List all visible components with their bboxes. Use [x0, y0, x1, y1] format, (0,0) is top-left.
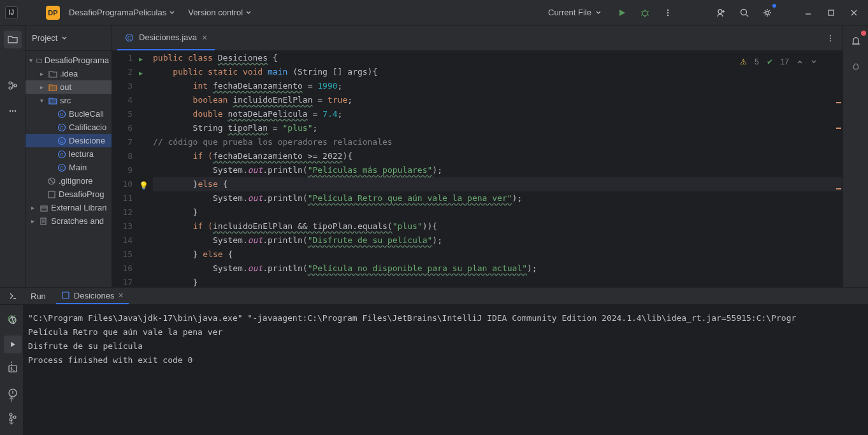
run-config-label: Current File: [548, 8, 591, 17]
vcs-label: Version control: [188, 8, 243, 17]
nav-down-icon[interactable]: [811, 59, 817, 65]
more-actions-button[interactable]: [659, 4, 677, 22]
intellij-logo: IJ: [5, 6, 18, 19]
git-button[interactable]: [4, 408, 22, 426]
code-with-me-button[interactable]: [712, 4, 730, 22]
more-tools-button[interactable]: [4, 102, 22, 120]
structure-tool-button[interactable]: [4, 77, 22, 94]
svg-text:C: C: [127, 35, 131, 41]
svg-rect-26: [41, 206, 47, 211]
svg-point-10: [14, 84, 17, 87]
svg-point-4: [718, 10, 722, 13]
tab-more-button[interactable]: [825, 29, 843, 47]
tree-src[interactable]: ▾src: [25, 94, 112, 107]
svg-point-9: [9, 87, 11, 89]
ai-assistant-button[interactable]: [847, 59, 865, 77]
run-config-selector[interactable]: Current File: [542, 5, 608, 20]
tree-file-calif[interactable]: CCalificacio: [25, 121, 112, 134]
svg-point-6: [766, 11, 769, 14]
title-bar: IJ DP DesafioProgramaPeliculas Version c…: [0, 0, 868, 26]
svg-point-12: [11, 110, 13, 112]
editor-tab-desiciones[interactable]: C Desiciones.java ×: [117, 26, 215, 50]
svg-rect-33: [62, 292, 69, 299]
todo-button[interactable]: [4, 311, 22, 329]
left-bottom-strip: [0, 287, 25, 435]
console-output[interactable]: "C:\Program Files\Java\jdk-17\bin\java.e…: [23, 305, 868, 435]
svg-point-30: [830, 34, 831, 36]
svg-rect-25: [48, 191, 55, 198]
tree-iml[interactable]: DesafioProg: [25, 188, 112, 201]
gutter-icons: ▶ ▶ 💡: [138, 51, 150, 287]
svg-point-42: [10, 418, 12, 421]
run-main-icon[interactable]: ▶: [139, 66, 143, 80]
svg-rect-7: [828, 10, 834, 15]
tree-out[interactable]: ▸out: [25, 80, 112, 94]
run-tab-label[interactable]: Run: [31, 291, 46, 301]
project-tool-button[interactable]: [4, 31, 22, 48]
svg-point-32: [830, 40, 831, 41]
close-button[interactable]: [845, 4, 863, 22]
tree-file-bucle[interactable]: CBucleCali: [25, 107, 112, 121]
project-name-label: DesafioProgramaPeliculas: [69, 8, 166, 17]
warning-count: 5: [755, 55, 759, 69]
line-numbers: 1 2 3 4 5 6 7 8 9 10 11 12 13 14 15 16 1…: [112, 51, 138, 287]
run-tool-window: Run Desiciones × "C:\Program Files\Java\…: [0, 287, 868, 435]
run-tabs: Run Desiciones ×: [0, 288, 868, 305]
run-tab-close[interactable]: ×: [118, 290, 123, 300]
tree-file-lectura[interactable]: Clectura: [25, 147, 112, 161]
run-tool-strip-button[interactable]: [4, 335, 22, 353]
vcs-selector[interactable]: Version control: [184, 5, 256, 20]
svg-text:C: C: [60, 152, 64, 158]
code-editor[interactable]: 1 2 3 4 5 6 7 8 9 10 11 12 13 14 15 16 1…: [112, 51, 843, 287]
svg-point-2: [667, 11, 669, 13]
tree-file-main[interactable]: CMain: [25, 161, 112, 174]
tree-file-desiciones[interactable]: CDesicione: [25, 134, 112, 147]
tree-gitignore[interactable]: .gitignore: [25, 174, 112, 188]
java-class-icon: C: [125, 33, 134, 42]
check-count: 17: [781, 55, 789, 69]
left-tool-strip: [0, 26, 25, 287]
editor-area: C Desiciones.java × 1 2 3 4 5 6 7 8 9 10…: [112, 26, 843, 287]
project-panel-title: Project: [32, 33, 57, 43]
tree-external-libs[interactable]: ▸External Librari: [25, 201, 112, 214]
settings-button[interactable]: [758, 4, 776, 22]
tab-label: Desiciones.java: [139, 33, 197, 42]
svg-point-8: [9, 82, 11, 84]
run-subtab-label: Desiciones: [74, 291, 115, 300]
minimize-button[interactable]: [799, 4, 817, 22]
inspection-status[interactable]: ⚠5 ✔17: [740, 55, 817, 69]
debug-button[interactable]: [636, 4, 654, 22]
nav-up-icon[interactable]: [797, 59, 803, 65]
project-badge: DP: [46, 6, 60, 20]
svg-point-43: [13, 416, 16, 418]
maximize-button[interactable]: [822, 4, 840, 22]
svg-point-31: [830, 37, 831, 38]
run-button[interactable]: [613, 4, 631, 22]
search-button[interactable]: [735, 4, 753, 22]
svg-text:C: C: [60, 125, 64, 131]
main-menu-button[interactable]: [23, 4, 41, 22]
tree-root[interactable]: ▾DesafioPrograma: [25, 54, 112, 67]
problems-button[interactable]: [4, 384, 22, 402]
svg-text:C: C: [60, 165, 64, 171]
run-class-icon[interactable]: ▶: [139, 52, 143, 66]
chevron-down-icon: [245, 10, 252, 16]
svg-point-5: [741, 9, 747, 15]
run-subtab-desiciones[interactable]: Desiciones ×: [56, 288, 129, 304]
svg-point-0: [642, 11, 647, 16]
code-content[interactable]: public class Desiciones { public static …: [150, 51, 843, 287]
services-button[interactable]: [4, 287, 22, 305]
tree-scratches[interactable]: ▸Scratches and: [25, 214, 112, 228]
terminal-button[interactable]: [4, 360, 22, 378]
project-panel: Project ▾DesafioPrograma ▸.idea ▸out ▾sr…: [25, 26, 112, 287]
project-selector[interactable]: DesafioProgramaPeliculas: [65, 5, 179, 20]
tab-close-button[interactable]: ×: [202, 33, 207, 43]
notifications-button[interactable]: [847, 32, 865, 50]
tree-idea[interactable]: ▸.idea: [25, 67, 112, 80]
intention-bulb-icon[interactable]: 💡: [139, 179, 148, 193]
project-panel-header[interactable]: Project: [25, 26, 112, 51]
warning-icon: ⚠: [740, 55, 747, 69]
editor-tab-bar: C Desiciones.java ×: [112, 26, 843, 51]
chevron-down-icon: [61, 35, 68, 41]
right-tool-strip: [843, 26, 868, 287]
